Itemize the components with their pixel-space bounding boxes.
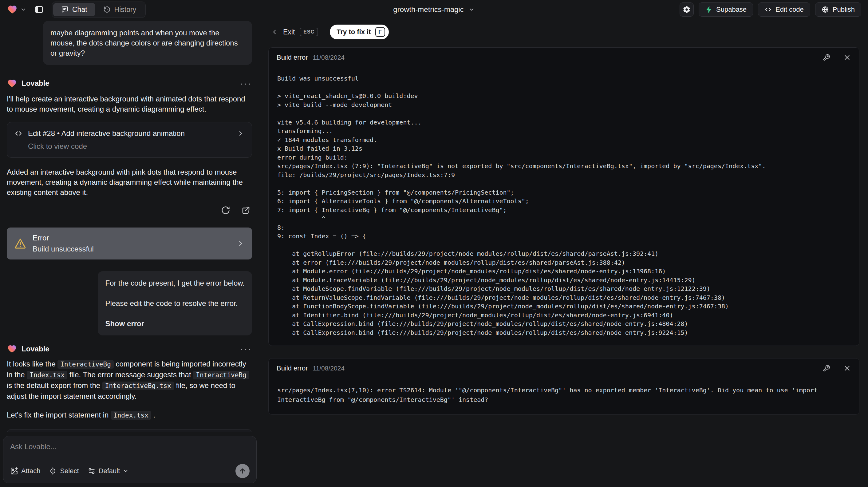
lovable-heart-icon bbox=[7, 4, 18, 15]
edit-card-28[interactable]: Edit #28 • Add interactive background an… bbox=[7, 122, 252, 158]
build-error-card[interactable]: Error Build unsuccessful bbox=[7, 227, 252, 260]
refresh-icon bbox=[221, 206, 230, 215]
attach-button[interactable]: Attach bbox=[10, 467, 40, 475]
error-panel-header: Exit ESC Try to fix it F bbox=[271, 25, 859, 39]
publish-label: Publish bbox=[833, 5, 855, 13]
build-error-card-header: Build error 11/08/2024 bbox=[269, 359, 859, 378]
warning-triangle-icon bbox=[14, 237, 26, 250]
fix-with-tool-button[interactable] bbox=[823, 54, 830, 61]
user-message-text: Please edit the code to resolve the erro… bbox=[105, 298, 245, 308]
more-options-button[interactable]: ··· bbox=[240, 80, 252, 86]
settings-button[interactable] bbox=[680, 2, 694, 17]
model-selector[interactable]: Default bbox=[88, 467, 129, 475]
sidebar-toggle-button[interactable] bbox=[32, 2, 46, 17]
chat-history-tab-group: Chat History bbox=[52, 2, 146, 18]
restore-button[interactable] bbox=[219, 204, 232, 216]
lovable-heart-icon bbox=[7, 344, 17, 354]
chevron-right-icon bbox=[237, 130, 244, 137]
select-element-button[interactable]: Select bbox=[49, 467, 79, 475]
tab-history[interactable]: History bbox=[95, 3, 145, 16]
publish-button[interactable]: Publish bbox=[815, 2, 861, 17]
build-error-log: src/pages/Index.tsx(7,10): error TS2614:… bbox=[269, 378, 859, 415]
chevron-down-icon bbox=[469, 6, 475, 12]
build-error-date: 11/08/2024 bbox=[313, 54, 345, 61]
fix-with-tool-button[interactable] bbox=[823, 365, 830, 372]
code-icon bbox=[14, 129, 23, 138]
more-ellipsis-icon: ··· bbox=[240, 78, 252, 88]
assistant-name: Lovable bbox=[22, 345, 50, 353]
user-message-text: For the code present, I get the error be… bbox=[105, 278, 245, 288]
chat-composer: Attach Select Default bbox=[3, 436, 257, 483]
f-key-badge: F bbox=[375, 27, 385, 37]
try-to-fix-label: Try to fix it bbox=[337, 28, 371, 36]
close-icon bbox=[843, 364, 851, 372]
chat-bubble-icon bbox=[61, 6, 68, 13]
assistant-message-text: Added an interactive background with pin… bbox=[7, 167, 252, 197]
wrench-icon bbox=[823, 365, 830, 372]
exit-label: Exit bbox=[283, 28, 295, 36]
edit-code-label: Edit code bbox=[775, 5, 804, 13]
history-icon bbox=[103, 6, 111, 13]
build-error-log-text: src/pages/Index.tsx(7,10): error TS2614:… bbox=[277, 386, 850, 405]
wrench-icon bbox=[823, 54, 830, 61]
assistant-header: Lovable ··· bbox=[7, 344, 252, 354]
globe-icon bbox=[822, 6, 829, 13]
close-icon bbox=[843, 54, 851, 61]
edit-card-29[interactable]: Edit #29 • Fix import error for Interact… bbox=[7, 429, 252, 432]
assistant-name: Lovable bbox=[22, 79, 50, 88]
supabase-label: Supabase bbox=[716, 5, 747, 13]
project-name: growth-metrics-magic bbox=[393, 5, 464, 14]
chevron-down-icon bbox=[20, 6, 26, 12]
chevron-left-icon bbox=[271, 28, 278, 36]
send-arrow-up-icon bbox=[239, 467, 246, 475]
error-card-title: Error bbox=[33, 234, 94, 242]
edit-card-subtitle: Click to view code bbox=[28, 142, 244, 151]
user-message: maybe diagramming points and when you mo… bbox=[43, 21, 252, 65]
select-label: Select bbox=[60, 467, 79, 475]
assistant-header: Lovable ··· bbox=[7, 79, 252, 88]
attach-label: Attach bbox=[21, 467, 40, 475]
user-message: For the code present, I get the error be… bbox=[98, 271, 252, 335]
show-error-link[interactable]: Show error bbox=[105, 318, 245, 329]
close-error-button[interactable] bbox=[843, 54, 851, 61]
tab-chat[interactable]: Chat bbox=[53, 3, 95, 16]
workspace-menu[interactable] bbox=[7, 4, 26, 15]
send-button[interactable] bbox=[236, 464, 250, 478]
build-error-log-card-1: Build error 11/08/2024 Build was unsucce… bbox=[268, 47, 859, 346]
user-message-text: maybe diagramming points and when you mo… bbox=[51, 29, 238, 57]
build-error-log-card-2: Build error 11/08/2024 src/pages/Index.t… bbox=[268, 358, 859, 415]
project-switcher[interactable]: growth-metrics-magic bbox=[393, 5, 474, 14]
assistant-message-text: I'll help create an interactive backgrou… bbox=[7, 94, 252, 114]
edit-code-button[interactable]: Edit code bbox=[758, 2, 810, 17]
default-sliders-icon bbox=[88, 467, 96, 475]
build-error-log-text: Build was unsuccessful > vite_react_shad… bbox=[277, 74, 850, 337]
select-target-icon bbox=[49, 467, 57, 475]
build-error-title: Build error bbox=[277, 54, 308, 61]
error-panel: Exit ESC Try to fix it F Build error 11/… bbox=[260, 19, 868, 487]
topbar: Chat History growth-metrics-magic Supaba… bbox=[0, 0, 868, 19]
tab-history-label: History bbox=[114, 5, 136, 14]
more-options-button[interactable]: ··· bbox=[240, 346, 252, 352]
try-to-fix-button[interactable]: Try to fix it F bbox=[330, 25, 389, 39]
esc-key-badge: ESC bbox=[300, 28, 318, 36]
supabase-bolt-icon bbox=[705, 6, 712, 13]
assistant-message-text: It looks like the InteractiveBg componen… bbox=[7, 359, 252, 401]
gear-icon bbox=[683, 5, 691, 13]
exit-button[interactable]: Exit ESC bbox=[271, 28, 318, 36]
chat-panel: maybe diagramming points and when you mo… bbox=[0, 19, 260, 487]
model-label: Default bbox=[99, 467, 120, 475]
open-preview-button[interactable] bbox=[240, 204, 252, 216]
more-ellipsis-icon: ··· bbox=[240, 344, 252, 354]
chat-message-list: maybe diagramming points and when you mo… bbox=[0, 19, 260, 432]
open-preview-icon bbox=[241, 206, 250, 215]
build-error-title: Build error bbox=[277, 364, 308, 372]
chat-input[interactable] bbox=[10, 443, 250, 462]
supabase-button[interactable]: Supabase bbox=[699, 2, 753, 17]
lovable-heart-icon bbox=[7, 79, 17, 88]
code-icon bbox=[765, 6, 772, 13]
chevron-down-icon bbox=[123, 468, 128, 474]
panel-left-icon bbox=[34, 5, 44, 14]
error-card-subtitle: Build unsuccessful bbox=[33, 245, 94, 253]
close-error-button[interactable] bbox=[843, 364, 851, 372]
build-error-log: Build was unsuccessful > vite_react_shad… bbox=[269, 67, 859, 345]
